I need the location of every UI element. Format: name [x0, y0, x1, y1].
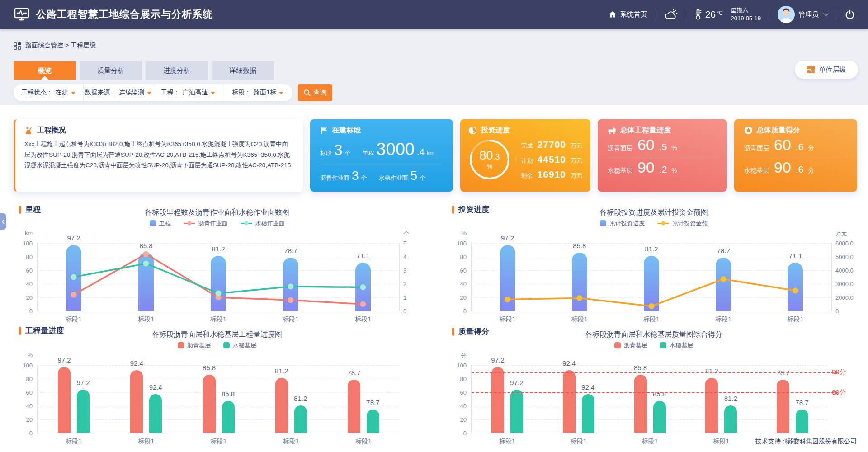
search-icon	[303, 89, 311, 96]
bar-累计投资进度[interactable]	[716, 258, 731, 311]
gridline	[472, 311, 831, 311]
bar-里程[interactable]	[283, 258, 298, 311]
filter-project[interactable]: 工程：广汕高速	[153, 84, 223, 101]
bar-累计投资进度[interactable]	[572, 253, 587, 311]
markline-label: 90分	[832, 368, 846, 377]
bar-水稳基层[interactable]	[367, 410, 379, 433]
bar-value-label: 81.2	[705, 367, 718, 375]
y-axis-left: %100806040200	[448, 243, 471, 311]
thermometer-icon	[694, 9, 702, 20]
x-axis-label: 标段1	[210, 315, 226, 324]
search-button[interactable]: 查询	[298, 84, 332, 101]
tab-progress-analysis[interactable]: 进度分析	[146, 61, 208, 80]
bar-沥青基层[interactable]	[130, 370, 143, 433]
y-axis-tick: 4000.0	[835, 267, 854, 274]
bar-沥青基层[interactable]	[563, 370, 576, 433]
bar-value-label: 92.4	[581, 383, 594, 391]
y-axis-unit: 万元	[835, 230, 847, 238]
bar-累计投资进度[interactable]	[644, 256, 659, 311]
bar-水稳基层[interactable]	[222, 401, 235, 433]
bar-沥青基层[interactable]	[634, 375, 647, 433]
legend-item-沥青作业面[interactable]: 沥青作业面	[184, 219, 228, 227]
app-logo-monitor-pulse-icon	[14, 7, 30, 22]
filter-section[interactable]: 标段：路面1标	[223, 84, 293, 101]
legend-label: 里程	[159, 219, 171, 227]
bar-沥青基层[interactable]	[275, 378, 288, 433]
legend-item-沥青基层[interactable]: 沥青基层	[614, 341, 647, 349]
y-axis-tick: 3	[403, 267, 406, 274]
bar-水稳基层[interactable]	[510, 390, 523, 433]
bar-沥青基层[interactable]	[203, 375, 216, 433]
sections-stats-row-1: 标段 3 个 里程 3000 .4 km	[320, 140, 443, 159]
chart-mileage: 各标段里程数及沥青作业面和水稳作业面数图里程沥青作业面水稳作业面km100806…	[14, 207, 420, 311]
dropdown-caret-icon	[211, 92, 215, 94]
bar-里程[interactable]	[138, 253, 154, 311]
bar-水稳基层[interactable]	[77, 390, 90, 433]
tab-quality-analysis[interactable]: 质量分析	[80, 61, 142, 80]
chart-plot-row: km10080604020097.285.881.278.771.1标段1标段1…	[14, 243, 420, 311]
legend-item-水稳基层[interactable]: 水稳基层	[223, 341, 256, 349]
y-axis-tick: 3000.0	[835, 281, 854, 287]
user-menu[interactable]: 管理员	[778, 6, 828, 23]
legend-item-沥青基层[interactable]: 沥青基层	[178, 341, 211, 349]
y-axis-tick: 4	[403, 254, 406, 260]
bar-value-label: 78.7	[717, 247, 730, 254]
bar-累计投资进度[interactable]	[788, 263, 803, 311]
legend-item-累计投资进度[interactable]: 累计投资进度	[600, 219, 645, 227]
tab-overview[interactable]: 概览	[14, 61, 76, 80]
y-axis-unit: %	[27, 352, 33, 358]
investment-stats: 完成 27700 万元 计划 44510 万元 剩余 16910 万元	[521, 139, 582, 180]
bar-沥青基层[interactable]	[705, 378, 718, 433]
bar-沥青基层[interactable]	[491, 367, 504, 433]
legend-marker-icon	[600, 220, 606, 226]
gridline	[38, 406, 400, 406]
legend-marker-icon	[657, 221, 669, 226]
nav-home[interactable]: 系统首页	[609, 10, 647, 19]
y-axis-tick: 80	[26, 254, 33, 260]
logout-power-button[interactable]	[844, 9, 855, 20]
weekday: 星期六	[731, 6, 761, 14]
unit-level-button[interactable]: 单位层级	[795, 61, 858, 79]
legend-item-水稳基层[interactable]: 水稳基层	[660, 341, 693, 349]
divider	[836, 9, 836, 20]
plot-area: 97.292.485.881.278.797.292.485.881.278.7…	[37, 365, 400, 433]
bar-沥青基层[interactable]	[348, 380, 360, 433]
legend-item-里程[interactable]: 里程	[150, 219, 171, 227]
bar-value-label: 81.2	[724, 395, 737, 402]
y-axis-right: 90分60分	[828, 365, 860, 433]
bar-里程[interactable]	[66, 245, 81, 311]
bar-水稳基层[interactable]	[149, 394, 162, 433]
bar-沥青基层[interactable]	[777, 380, 789, 433]
y-axis-tick: 40	[26, 281, 33, 287]
gridline	[38, 419, 400, 420]
legend-marker-icon	[150, 220, 156, 226]
bar-value-label: 78.7	[284, 247, 297, 254]
tab-detail-data[interactable]: 详细数据	[212, 61, 274, 80]
filter-project-status[interactable]: 工程状态：在建	[14, 84, 84, 101]
bar-水稳基层[interactable]	[653, 401, 666, 433]
bar-累计投资进度[interactable]	[500, 245, 515, 311]
x-axis-label: 标段1	[283, 315, 299, 324]
date: 2019-05-19	[731, 14, 761, 23]
filter-bar: 工程状态：在建 数据来源：连续监测 工程：广汕高速 标段：路面1标	[14, 84, 292, 101]
bar-水稳基层[interactable]	[796, 410, 808, 433]
bar-里程[interactable]	[355, 263, 371, 311]
bar-水稳基层[interactable]	[294, 405, 307, 433]
bar-里程[interactable]	[211, 256, 226, 311]
x-axis-label: 标段1	[715, 315, 731, 324]
filter-data-source[interactable]: 数据来源：连续监测	[84, 84, 154, 101]
header-right: 系统首页	[609, 6, 855, 23]
gridline	[472, 433, 828, 433]
bar-value-label: 78.7	[366, 399, 379, 406]
legend-item-水稳作业面[interactable]: 水稳作业面	[241, 219, 285, 227]
bar-水稳基层[interactable]	[582, 394, 594, 433]
dropdown-caret-icon	[279, 92, 283, 94]
chart-legend: 沥青基层水稳基层	[14, 340, 420, 351]
legend-item-累计投资金额[interactable]: 累计投资金额	[657, 219, 708, 227]
bar-value-label: 97.2	[76, 379, 90, 386]
bar-水稳基层[interactable]	[724, 405, 737, 433]
bar-沥青基层[interactable]	[58, 367, 71, 433]
divider	[656, 9, 656, 20]
sidebar-collapse-handle[interactable]: ❮	[0, 213, 6, 230]
active-sections-card: 在建标段 标段 3 个 里程 3000 .4 km 沥青作业面 3 个 水稳	[310, 119, 453, 192]
